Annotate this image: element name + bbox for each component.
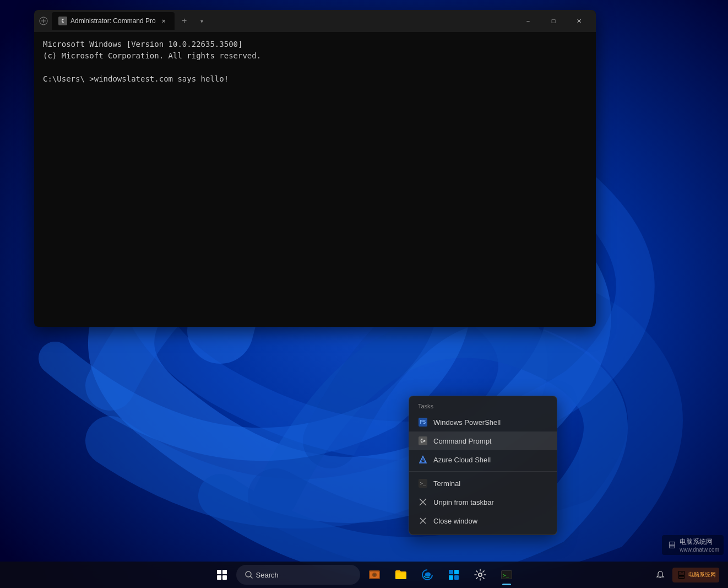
context-menu-item-unpin[interactable]: Unpin from taskbar: [409, 493, 557, 511]
media-app-icon: [368, 568, 381, 581]
context-menu-item-azure[interactable]: Azure Cloud Shell: [409, 450, 557, 469]
taskbar-terminal[interactable]: >_: [495, 563, 519, 587]
close-button[interactable]: ✕: [566, 12, 591, 30]
terminal-titlebar: C Administrator: Command Pro ✕ + ▾ − □ ✕: [34, 10, 596, 32]
watermark-brand: 电脑系统网: [688, 571, 716, 579]
terminal-tab[interactable]: C Administrator: Command Pro ✕: [52, 12, 175, 30]
context-menu-unpin-label: Unpin from taskbar: [433, 498, 494, 506]
terminal-line-3: [43, 62, 587, 73]
context-menu-close-label: Close window: [433, 517, 477, 525]
terminal-window: C Administrator: Command Pro ✕ + ▾ − □ ✕…: [34, 10, 596, 327]
taskbar: Search: [0, 562, 728, 588]
svg-line-9: [251, 576, 252, 578]
windows-logo-icon: [217, 570, 227, 580]
taskbar-store[interactable]: [442, 563, 466, 587]
search-icon: [245, 571, 253, 579]
context-menu-azure-label: Azure Cloud Shell: [433, 456, 491, 464]
tab-dropdown-button[interactable]: ▾: [194, 13, 210, 29]
new-tab-button[interactable]: +: [177, 13, 192, 29]
close-menu-icon: [418, 516, 428, 526]
context-menu-item-powershell[interactable]: PS Windows PowerShell: [409, 413, 557, 431]
desktop: C Administrator: Command Pro ✕ + ▾ − □ ✕…: [0, 0, 728, 588]
unpin-icon: [418, 497, 428, 507]
terminal-app-icon: [39, 16, 48, 26]
cmd-tab-icon: C: [58, 17, 67, 25]
terminal-tab-close-btn[interactable]: ✕: [159, 17, 168, 25]
svg-rect-14: [449, 570, 453, 574]
taskbar-settings[interactable]: [468, 563, 492, 587]
watermark-title: 电脑系统网: [680, 537, 719, 547]
context-menu-item-close[interactable]: Close window: [409, 511, 557, 530]
terminal-content[interactable]: Microsoft Windows [Version 10.0.22635.35…: [34, 32, 596, 327]
context-menu-section-label: Tasks: [409, 401, 557, 413]
svg-rect-17: [454, 575, 459, 580]
watermark: 🖥 电脑系统网 www.dnatw.com: [662, 535, 724, 555]
store-icon: [447, 568, 460, 581]
terminal-line-4: C:\Users\ >windowslatest.com says hello!: [43, 73, 587, 85]
taskbar-edge[interactable]: [415, 563, 439, 587]
terminal-line-2: (c) Microsoft Corporation. All rights re…: [43, 50, 587, 62]
window-controls: − □ ✕: [515, 12, 591, 30]
taskbar-file-explorer[interactable]: [389, 563, 413, 587]
context-menu-item-terminal[interactable]: >_ Terminal: [409, 474, 557, 493]
start-button[interactable]: [210, 563, 234, 587]
taskbar-app1[interactable]: [362, 563, 387, 587]
context-menu-separator: [409, 471, 557, 472]
terminal-line-1: Microsoft Windows [Version 10.0.22635.35…: [43, 39, 587, 50]
taskbar-search-label: Search: [256, 571, 279, 579]
maximize-button[interactable]: □: [541, 12, 566, 30]
svg-point-18: [479, 573, 482, 576]
svg-rect-16: [449, 575, 453, 580]
cmd-menu-icon: C>: [418, 436, 428, 446]
powershell-icon: PS: [418, 417, 428, 427]
taskbar-center: Search: [210, 563, 519, 587]
settings-icon: [474, 568, 487, 581]
context-menu: Tasks PS Windows PowerShell C> Command P…: [409, 396, 557, 535]
watermark-taskbar[interactable]: 🖥 电脑系统网: [672, 568, 719, 582]
context-menu-item-cmd[interactable]: C> Command Prompt: [409, 431, 557, 450]
edge-icon: [421, 568, 434, 581]
svg-rect-15: [454, 570, 459, 574]
svg-point-13: [373, 574, 376, 576]
terminal-menu-icon: >_: [418, 478, 428, 488]
taskbar-notification-icon[interactable]: [650, 565, 670, 585]
watermark-url: www.dnatw.com: [680, 547, 719, 553]
taskbar-right-area: 🖥 电脑系统网: [650, 565, 719, 585]
context-menu-terminal-label: Terminal: [433, 479, 460, 488]
folder-icon: [394, 568, 408, 581]
svg-text:>_: >_: [503, 573, 509, 578]
terminal-tab-label: Administrator: Command Pro: [70, 17, 156, 25]
svg-marker-2: [420, 456, 426, 463]
azure-icon: [418, 455, 428, 465]
context-menu-powershell-label: Windows PowerShell: [433, 418, 501, 427]
taskbar-search-box[interactable]: Search: [236, 565, 360, 585]
context-menu-cmd-label: Command Prompt: [433, 437, 491, 445]
terminal-taskbar-icon: >_: [500, 568, 513, 581]
minimize-button[interactable]: −: [515, 12, 541, 30]
